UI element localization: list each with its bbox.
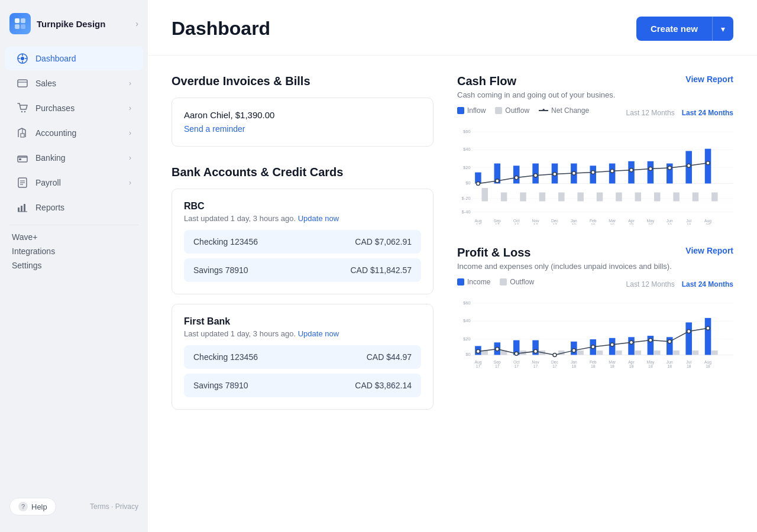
sidebar-item-settings[interactable]: Settings (0, 258, 148, 273)
svg-text:Jun: Jun (667, 219, 673, 223)
svg-point-69 (572, 171, 575, 175)
firstbank-savings-name: Savings 78910 (193, 381, 248, 390)
firstbank-update-link[interactable]: Update now (298, 329, 339, 338)
inflow-dot (457, 107, 464, 114)
svg-point-141 (553, 353, 557, 356)
sidebar-item-label-sales: Sales (35, 79, 56, 88)
svg-rect-122 (685, 322, 692, 355)
svg-rect-119 (628, 337, 635, 355)
svg-text:$20: $20 (463, 165, 471, 170)
svg-rect-136 (711, 351, 718, 355)
net-change-line (539, 110, 548, 111)
sidebar-item-sales[interactable]: Sales › (5, 72, 143, 95)
sidebar-item-banking[interactable]: Banking › (5, 146, 143, 170)
svg-point-138 (496, 347, 499, 351)
dashboard-icon (17, 53, 28, 64)
svg-text:18: 18 (648, 223, 653, 225)
svg-text:18: 18 (706, 364, 710, 368)
svg-point-147 (668, 340, 671, 343)
sidebar-item-integrations[interactable]: Integrations (0, 244, 148, 258)
sidebar-item-label-purchases: Purchases (35, 103, 75, 113)
create-new-dropdown[interactable]: ▾ (712, 17, 733, 41)
svg-text:17: 17 (476, 364, 481, 368)
sidebar-item-purchases[interactable]: Purchases › (5, 96, 143, 120)
cash-flow-view-report[interactable]: View Report (685, 74, 733, 84)
profit-loss-chart: $60 $40 $20 $0 (457, 298, 733, 390)
send-reminder-link[interactable]: Send a reminder (184, 124, 245, 134)
svg-text:18: 18 (572, 364, 577, 368)
profit-loss-view-report[interactable]: View Report (685, 246, 733, 255)
svg-text:Jan: Jan (571, 219, 577, 223)
sidebar-item-label-payroll: Payroll (35, 178, 61, 187)
pl-outflow-label: Outflow (510, 278, 534, 286)
svg-text:17: 17 (533, 223, 538, 225)
firstbank-checking-name: Checking 123456 (193, 352, 258, 362)
svg-text:17: 17 (533, 364, 538, 368)
pl-legend-outflow: Outflow (500, 278, 534, 286)
sidebar-brand: Turnpike Design › (0, 7, 148, 46)
svg-text:Jul: Jul (686, 219, 691, 223)
privacy-link[interactable]: Privacy (115, 502, 138, 511)
cash-flow-period-24[interactable]: Last 24 Months (682, 109, 733, 117)
cash-flow-period: Last 12 Months Last 24 Months (626, 109, 733, 117)
svg-text:Jan: Jan (571, 360, 577, 364)
svg-text:$-20: $-20 (462, 196, 471, 201)
svg-text:Dec: Dec (551, 360, 559, 364)
svg-point-68 (553, 173, 557, 176)
svg-text:17: 17 (495, 223, 500, 225)
svg-rect-51 (481, 188, 488, 202)
terms-link[interactable]: Terms (90, 502, 109, 511)
svg-rect-40 (513, 166, 520, 183)
firstbank-checking-balance: CAD $44.97 (367, 352, 412, 362)
sales-chevron-icon: › (129, 79, 131, 87)
cash-flow-chart-svg: $60 $40 $20 $0 $-20 $-40 (457, 126, 733, 225)
payroll-icon (17, 177, 28, 189)
svg-point-72 (629, 168, 633, 172)
svg-point-70 (591, 171, 595, 174)
svg-rect-2 (15, 24, 20, 29)
svg-rect-24 (24, 204, 25, 212)
create-new-button[interactable]: Create new (636, 17, 712, 41)
sidebar-item-payroll[interactable]: Payroll › (5, 171, 143, 194)
svg-rect-57 (597, 192, 603, 201)
svg-text:$0: $0 (465, 352, 470, 357)
sidebar-item-accounting[interactable]: Accounting › (5, 121, 143, 145)
sidebar-expand-icon[interactable]: › (135, 19, 138, 28)
svg-text:17: 17 (552, 364, 557, 368)
page-title: Dashboard (172, 18, 270, 40)
sidebar-item-dashboard[interactable]: Dashboard (5, 47, 143, 70)
svg-point-65 (496, 179, 499, 183)
profit-loss-legend-row: Income Outflow Last 12 Months Last 24 Mo… (457, 278, 733, 291)
create-button-group: Create new ▾ (636, 17, 733, 41)
svg-point-12 (21, 111, 22, 112)
svg-text:18: 18 (629, 223, 634, 225)
svg-point-143 (591, 345, 595, 349)
svg-text:18: 18 (610, 223, 614, 225)
profit-loss-period: Last 12 Months Last 24 Months (626, 280, 733, 288)
reports-icon (17, 202, 28, 213)
profit-loss-header: Profit & Loss View Report (457, 246, 733, 259)
sidebar-item-reports[interactable]: Reports (5, 196, 143, 219)
pl-period-12[interactable]: Last 12 Months (626, 280, 675, 288)
left-column: Overdue Invoices & Bills Aaron Chiel, $1… (172, 74, 452, 429)
svg-rect-134 (673, 351, 680, 355)
svg-text:18: 18 (572, 223, 577, 225)
bank-rbc-updated: Last updated 1 day, 3 hours ago. Update … (184, 214, 421, 223)
cash-flow-period-12[interactable]: Last 12 Months (626, 109, 675, 117)
svg-point-144 (610, 343, 614, 346)
svg-text:18: 18 (591, 223, 596, 225)
svg-text:18: 18 (687, 364, 691, 368)
pl-legend-income: Income (457, 278, 490, 286)
pl-period-24[interactable]: Last 24 Months (682, 280, 733, 288)
svg-text:17: 17 (552, 223, 557, 225)
svg-point-67 (534, 174, 538, 177)
rbc-update-link[interactable]: Update now (298, 214, 339, 223)
svg-point-149 (706, 326, 710, 330)
cash-flow-legend: Inflow Outflow Net Change (457, 106, 589, 115)
help-button[interactable]: ? Help (9, 498, 56, 515)
bank-rbc-name: RBC (184, 201, 421, 212)
svg-rect-47 (648, 161, 654, 184)
svg-text:18: 18 (629, 364, 634, 368)
sidebar-item-waveplus[interactable]: Wave+ (0, 230, 148, 244)
rbc-checking-name: Checking 123456 (193, 237, 258, 246)
